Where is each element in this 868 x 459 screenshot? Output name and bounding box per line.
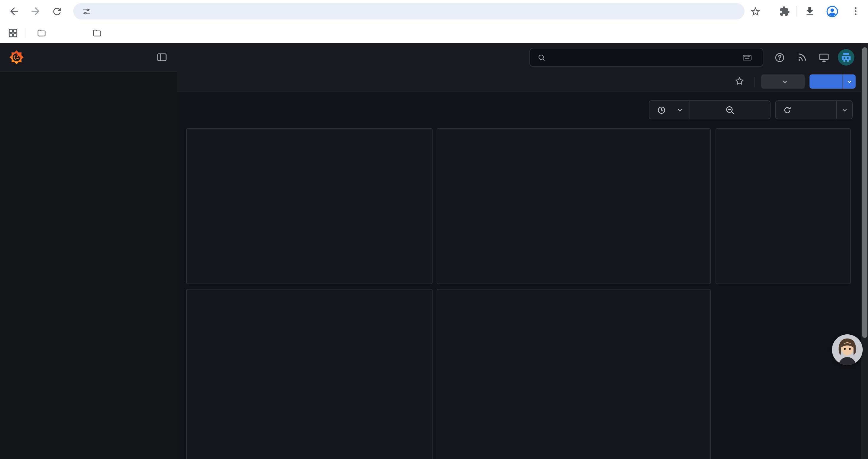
assistant-floating-avatar[interactable]: [832, 334, 863, 365]
refresh-button[interactable]: [775, 100, 852, 119]
subheader-divider: [754, 77, 754, 88]
panel-errors-per-second: [716, 128, 851, 284]
apps-grid-icon: [8, 28, 18, 38]
star-dashboard-button[interactable]: [734, 76, 745, 87]
grafana-app: [0, 43, 868, 459]
dashboard-subheader: [177, 71, 861, 92]
chevron-down-icon: [782, 78, 788, 85]
kiosk-mode-button[interactable]: [818, 52, 830, 63]
star-icon: [734, 76, 745, 87]
browser-menu-button[interactable]: [848, 4, 863, 18]
keyboard-icon: [742, 52, 752, 62]
grafana-top-nav: [0, 43, 868, 71]
refresh-icon: [783, 105, 792, 114]
star-icon: [749, 6, 761, 17]
share-menu-button[interactable]: [843, 74, 856, 89]
profile-avatar-icon: [825, 4, 839, 18]
browser-reload-button[interactable]: [50, 4, 64, 18]
browser-back-button[interactable]: [7, 4, 21, 18]
screen: [0, 0, 868, 459]
puzzle-icon: [779, 6, 790, 17]
folder-icon: [37, 28, 46, 38]
avatar-image: [832, 334, 863, 365]
download-icon: [804, 6, 815, 17]
chevron-down-icon: [841, 107, 848, 113]
search-icon: [537, 53, 546, 62]
site-info-icon[interactable]: [82, 6, 92, 16]
help-icon: [774, 52, 785, 63]
grafana-logo-icon: [9, 50, 24, 65]
reload-icon: [51, 6, 62, 17]
clock-icon: [657, 105, 666, 114]
downloads-button[interactable]: [802, 4, 816, 18]
kebab-menu-icon: [850, 6, 861, 17]
news-button[interactable]: [797, 52, 807, 63]
export-button[interactable]: [761, 74, 805, 89]
panel-request-per-minute: [437, 128, 711, 284]
address-bar[interactable]: [73, 3, 745, 20]
back-icon: [8, 5, 20, 17]
chevron-down-icon: [677, 107, 683, 113]
scrollbar-thumb[interactable]: [862, 47, 867, 338]
browser-forward-button[interactable]: [28, 4, 42, 18]
bookmarks-bar: [0, 23, 868, 43]
avatar-image: [838, 49, 855, 66]
sidebar: [0, 71, 177, 459]
bookmark-page-button[interactable]: [748, 4, 762, 18]
sidebar-toggle-button[interactable]: [156, 52, 168, 63]
extensions-button[interactable]: [778, 4, 792, 18]
profile-button[interactable]: [825, 4, 839, 18]
help-button[interactable]: [774, 52, 785, 63]
refresh-interval-button[interactable]: [837, 107, 852, 113]
toolbar-divider: [797, 6, 797, 17]
rss-icon: [797, 52, 807, 63]
forward-icon: [30, 5, 41, 17]
user-avatar[interactable]: [838, 49, 855, 66]
share-button[interactable]: [809, 74, 843, 89]
panel-left-icon: [156, 52, 168, 63]
search-input[interactable]: [529, 48, 764, 67]
zoom-out-icon: [725, 105, 735, 115]
page-scrollbar[interactable]: [861, 43, 868, 459]
monitor-icon: [818, 52, 830, 63]
panel-total-requests-per-minute: [186, 128, 433, 284]
bookmark-folder-freeleaps[interactable]: [33, 25, 54, 41]
folder-icon: [92, 28, 102, 38]
bookmarks-divider: [25, 28, 25, 38]
time-range-picker[interactable]: [649, 100, 771, 119]
browser-toolbar: [0, 0, 868, 23]
chevron-down-icon: [846, 78, 852, 85]
panel-average-response-time: [186, 289, 433, 459]
apps-shortcut-button[interactable]: [6, 26, 20, 40]
search-shortcut: [742, 52, 756, 62]
zoom-out-button[interactable]: [690, 105, 770, 115]
bookmark-folder-blog[interactable]: [89, 25, 109, 41]
panel-requests-under-100ms: [437, 289, 711, 459]
